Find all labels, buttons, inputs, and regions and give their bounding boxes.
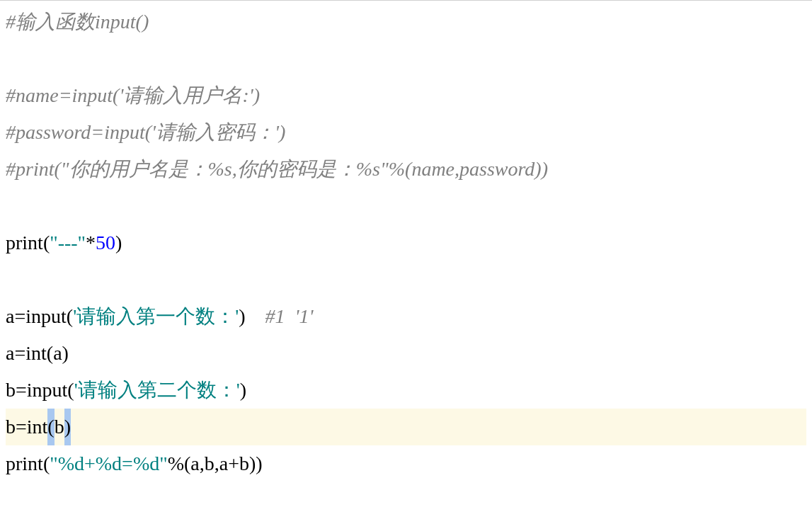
code-line-active[interactable]: b=int(b) [6, 409, 806, 445]
builtin-int: int [27, 409, 48, 445]
number-literal: 50 [96, 224, 115, 261]
builtin-print: print [6, 224, 43, 261]
bracket-selected: ( [47, 409, 54, 445]
code-line-empty[interactable] [6, 40, 806, 77]
code-line[interactable]: #password=input('请输入密码：') [6, 114, 806, 151]
bracket-selected: ) [64, 409, 71, 445]
code-line-empty[interactable] [6, 261, 806, 298]
code-line[interactable]: a=int(a) [6, 335, 806, 372]
code-line[interactable]: #print("你的用户名是：%s,你的密码是：%s"%(name,passwo… [6, 151, 806, 188]
string-literal: "---" [50, 224, 86, 261]
comment-text: #1 '1' [265, 298, 314, 335]
code-line[interactable]: print("%d+%d=%d"%(a,b,a+b)) [6, 445, 806, 482]
code-line[interactable]: print("---"*50) [6, 224, 806, 261]
identifier: a [6, 298, 14, 335]
identifier: a [6, 335, 14, 372]
builtin-print: print [6, 445, 43, 482]
builtin-input: input [25, 298, 67, 335]
string-literal: '请输入第二个数：' [74, 372, 240, 409]
comment-text: #password=input('请输入密码：') [6, 114, 285, 151]
code-line-empty[interactable] [6, 188, 806, 224]
builtin-input: input [27, 372, 68, 409]
builtin-int: int [25, 335, 47, 372]
code-editor[interactable]: #输入函数input() #name=input('请输入用户名:') #pas… [0, 0, 812, 482]
code-line[interactable]: #输入函数input() [6, 4, 806, 40]
identifier: b [6, 372, 16, 409]
code-line[interactable]: a=input('请输入第一个数：') #1 '1' [6, 298, 806, 335]
string-literal: "%d+%d=%d" [50, 445, 167, 482]
identifier: b [6, 409, 16, 445]
comment-text: #print("你的用户名是：%s,你的密码是：%s"%(name,passwo… [6, 151, 548, 188]
comment-text: #输入函数input() [6, 4, 149, 40]
code-line[interactable]: #name=input('请输入用户名:') [6, 77, 806, 114]
comment-text: #name=input('请输入用户名:') [6, 77, 260, 114]
string-literal: '请输入第一个数：' [73, 298, 239, 335]
code-line[interactable]: b=input('请输入第二个数：') [6, 372, 806, 409]
